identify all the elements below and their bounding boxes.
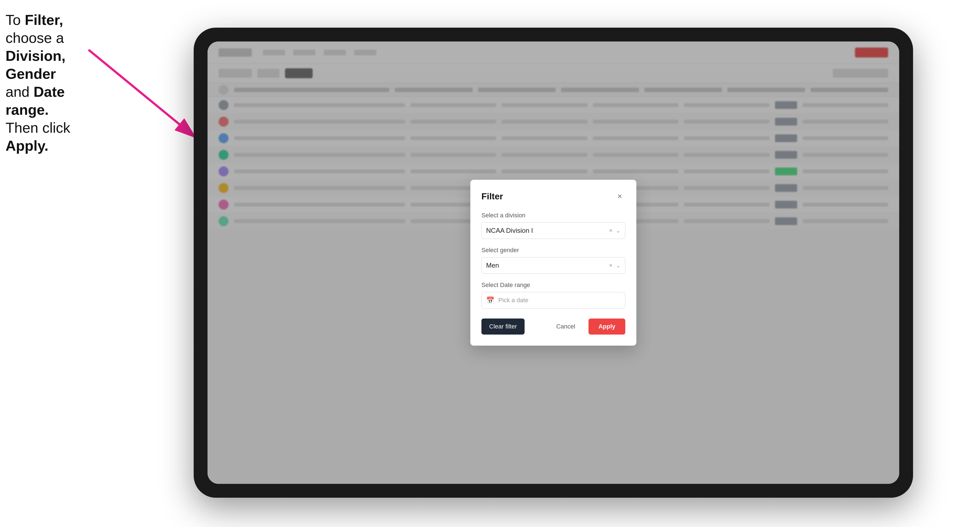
date-label: Select Date range <box>481 281 625 289</box>
division-select[interactable]: NCAA Division I × ⌄ <box>481 222 625 239</box>
division-form-group: Select a division NCAA Division I × ⌄ <box>481 212 625 239</box>
date-form-group: Select Date range 📅 Pick a date <box>481 281 625 309</box>
footer-right-actions: Cancel Apply <box>548 319 625 335</box>
date-input[interactable]: 📅 Pick a date <box>481 292 625 309</box>
calendar-icon: 📅 <box>486 297 495 304</box>
gender-clear-icon[interactable]: × <box>609 262 612 269</box>
date-range-bold: Date range. <box>6 84 65 118</box>
gender-select-value: Men <box>486 262 499 269</box>
select-icons: × ⌄ <box>609 227 620 234</box>
division-label: Select a division <box>481 212 625 219</box>
instruction-text: To Filter, choose a Division, Gender and… <box>6 11 89 155</box>
apply-button[interactable]: Apply <box>589 319 625 335</box>
filter-modal: Filter × Select a division NCAA Division… <box>470 180 636 346</box>
select-icons: × ⌄ <box>609 262 620 269</box>
division-chevron-icon: ⌄ <box>616 227 620 234</box>
gender-select[interactable]: Men × ⌄ <box>481 257 625 274</box>
filter-bold: Filter, <box>25 12 63 28</box>
gender-label: Select gender <box>481 247 625 254</box>
date-placeholder: Pick a date <box>498 297 528 304</box>
cancel-button[interactable]: Cancel <box>548 319 583 335</box>
gender-form-group: Select gender Men × ⌄ <box>481 247 625 274</box>
modal-title: Filter <box>481 191 503 202</box>
modal-close-button[interactable]: × <box>614 191 625 202</box>
tablet-screen: Filter × Select a division NCAA Division… <box>207 41 899 484</box>
svg-line-1 <box>89 50 196 138</box>
clear-filter-button[interactable]: Clear filter <box>481 319 525 335</box>
tablet-device: Filter × Select a division NCAA Division… <box>194 28 913 498</box>
modal-header: Filter × <box>481 191 625 202</box>
apply-bold: Apply. <box>6 138 48 154</box>
gender-chevron-icon: ⌄ <box>616 262 620 269</box>
modal-overlay: Filter × Select a division NCAA Division… <box>207 41 899 484</box>
modal-footer: Clear filter Cancel Apply <box>481 319 625 335</box>
division-clear-icon[interactable]: × <box>609 227 612 234</box>
division-gender-bold: Division, Gender <box>6 48 65 82</box>
division-select-value: NCAA Division I <box>486 227 533 235</box>
